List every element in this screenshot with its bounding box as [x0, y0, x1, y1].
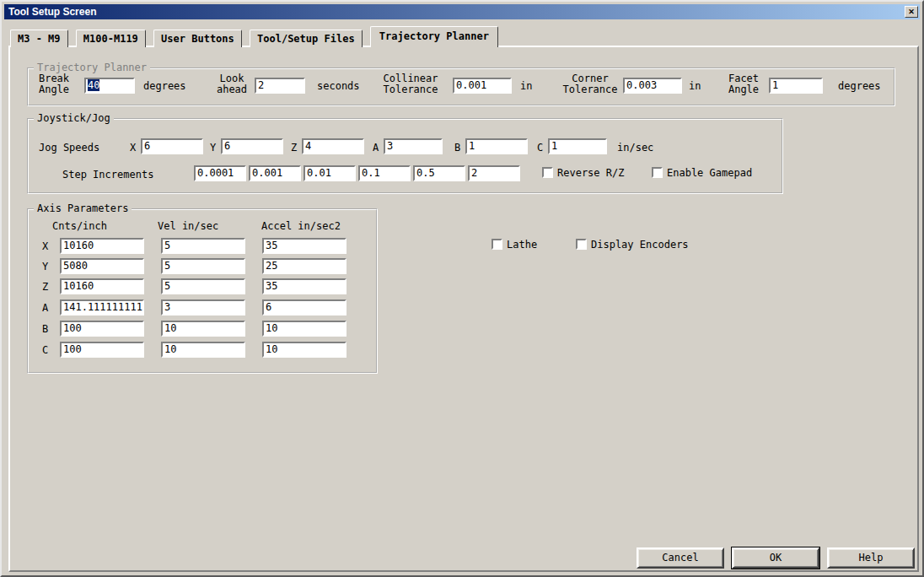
look-ahead-label: Look ahead: [211, 73, 253, 95]
enable-gamepad-label: Enable Gamepad: [667, 167, 752, 179]
look-ahead-field[interactable]: 2: [255, 78, 305, 94]
axis-z-label: Z: [42, 281, 48, 293]
axis-c-accel-field[interactable]: 10: [262, 342, 346, 358]
axis-parameters-group: Axis Parameters Cnts/inch Vel in/sec Acc…: [27, 208, 378, 374]
axis-a-cnts-field[interactable]: 141.111111111: [60, 299, 144, 315]
vel-header: Vel in/sec: [158, 220, 218, 232]
jog-axis-c-label: C: [537, 142, 543, 154]
break-angle-label: Break Angle: [32, 73, 76, 95]
axis-b-label: B: [42, 323, 48, 335]
cancel-button[interactable]: Cancel: [637, 547, 724, 569]
lathe-label: Lathe: [507, 239, 537, 251]
step-increments-label: Step Increments: [62, 169, 153, 181]
jog-speed-y-field[interactable]: 6: [221, 138, 283, 154]
jog-speed-unit: in/sec: [617, 142, 653, 154]
reverse-rz-label: Reverse R/Z: [557, 167, 624, 179]
window-title: Tool Setup Screen: [8, 6, 905, 18]
jog-speed-x-field[interactable]: 6: [141, 138, 203, 154]
corner-tolerance-field[interactable]: 0.003: [623, 78, 682, 94]
axis-z-cnts-field[interactable]: 10160: [60, 278, 144, 294]
axis-z-vel-field[interactable]: 5: [161, 278, 245, 294]
axis-b-accel-field[interactable]: 10: [262, 321, 346, 337]
facet-angle-label: Facet Angle: [720, 73, 767, 95]
jog-axis-y-label: Y: [210, 142, 216, 154]
display-encoders-label: Display Encoders: [591, 239, 689, 251]
axis-y-accel-field[interactable]: 25: [262, 258, 346, 274]
jog-speed-b-field[interactable]: 1: [465, 138, 528, 154]
reverse-rz-checkbox[interactable]: [542, 167, 553, 178]
collinear-tolerance-label: Collinear Tolerance: [378, 73, 443, 95]
corner-tolerance-unit: in: [689, 80, 701, 92]
axis-a-vel-field[interactable]: 3: [161, 299, 245, 315]
facet-angle-unit: degrees: [838, 80, 881, 92]
cnts-inch-header: Cnts/inch: [52, 220, 107, 232]
jog-speeds-label: Jog Speeds: [39, 142, 99, 154]
trajectory-planner-group: Trajectory Planner Break Angle 40 degree…: [27, 67, 895, 106]
joystick-jog-group-label: Joystick/Jog: [34, 112, 114, 124]
close-button[interactable]: ✕: [905, 6, 918, 18]
facet-angle-field[interactable]: 1: [769, 78, 823, 94]
axis-c-cnts-field[interactable]: 100: [60, 342, 144, 358]
axis-x-accel-field[interactable]: 35: [262, 238, 346, 254]
enable-gamepad-checkbox[interactable]: [652, 167, 663, 178]
accel-header: Accel in/sec2: [261, 220, 341, 232]
step-increment-4-field[interactable]: 0.1: [358, 165, 411, 181]
collinear-tolerance-unit: in: [520, 80, 532, 92]
jog-speed-z-field[interactable]: 4: [302, 138, 364, 154]
axis-z-accel-field[interactable]: 35: [262, 278, 346, 294]
tab-m100-m119[interactable]: M100-M119: [76, 30, 146, 47]
step-increment-5-field[interactable]: 0.5: [413, 165, 465, 181]
titlebar[interactable]: Tool Setup Screen ✕: [4, 4, 920, 19]
break-angle-unit: degrees: [143, 80, 186, 92]
jog-speed-c-field[interactable]: 1: [548, 138, 607, 154]
jog-axis-a-label: A: [373, 142, 379, 154]
step-increment-6-field[interactable]: 2: [468, 165, 520, 181]
display-encoders-checkbox[interactable]: [576, 239, 587, 250]
jog-axis-x-label: X: [130, 142, 136, 154]
axis-parameters-group-label: Axis Parameters: [34, 202, 132, 214]
jog-axis-z-label: Z: [291, 142, 297, 154]
axis-y-vel-field[interactable]: 5: [161, 258, 245, 274]
axis-b-vel-field[interactable]: 10: [161, 321, 245, 337]
tab-user-buttons[interactable]: User Buttons: [153, 30, 242, 47]
break-angle-value: 40: [88, 79, 99, 91]
close-icon: ✕: [908, 8, 915, 16]
look-ahead-unit: seconds: [317, 80, 360, 92]
axis-x-cnts-field[interactable]: 10160: [60, 238, 144, 254]
joystick-jog-group: Joystick/Jog Jog Speeds X 6 Y 6 Z 4 A 3 …: [27, 118, 783, 194]
axis-y-label: Y: [42, 261, 48, 272]
tab-strip: M3 - M9 M100-M119 User Buttons Tool/Setu…: [10, 26, 500, 47]
axis-a-accel-field[interactable]: 6: [262, 299, 346, 315]
axis-y-cnts-field[interactable]: 5080: [60, 258, 144, 274]
axis-a-label: A: [42, 302, 48, 314]
tab-pane: Trajectory Planner Break Angle 40 degree…: [8, 46, 919, 572]
jog-axis-b-label: B: [454, 142, 460, 154]
step-increment-1-field[interactable]: 0.0001: [194, 165, 246, 181]
step-increment-2-field[interactable]: 0.001: [249, 165, 301, 181]
tool-setup-window: Tool Setup Screen ✕ M3 - M9 M100-M119 Us…: [0, 0, 924, 577]
axis-b-cnts-field[interactable]: 100: [60, 321, 144, 337]
axis-c-label: C: [42, 344, 48, 356]
tab-m3-m9[interactable]: M3 - M9: [10, 30, 68, 47]
axis-x-label: X: [42, 240, 48, 252]
axis-c-vel-field[interactable]: 10: [161, 342, 245, 358]
help-button[interactable]: Help: [827, 547, 915, 569]
jog-speed-a-field[interactable]: 3: [384, 138, 443, 154]
tab-tool-setup-files[interactable]: Tool/Setup Files: [250, 30, 363, 47]
break-angle-field[interactable]: 40: [84, 78, 135, 94]
axis-x-vel-field[interactable]: 5: [161, 238, 245, 254]
collinear-tolerance-field[interactable]: 0.001: [453, 78, 512, 94]
step-increment-3-field[interactable]: 0.01: [304, 165, 356, 181]
ok-button[interactable]: OK: [732, 547, 819, 569]
tab-trajectory-planner[interactable]: Trajectory Planner: [370, 26, 498, 47]
trajectory-planner-group-label: Trajectory Planner: [34, 62, 150, 73]
lathe-checkbox[interactable]: [492, 239, 502, 250]
corner-tolerance-label: Corner Tolerance: [556, 73, 624, 95]
